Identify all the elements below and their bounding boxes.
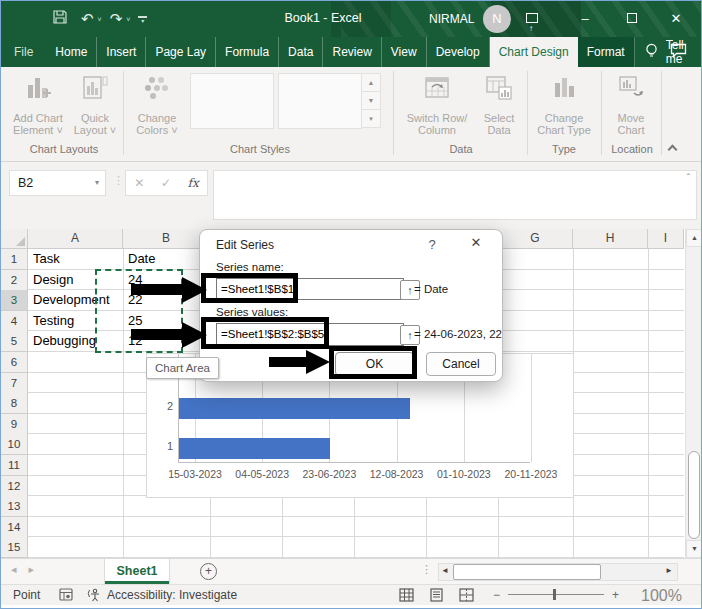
row-header-8[interactable]: 8 — [1, 393, 28, 414]
page-layout-view-icon[interactable] — [429, 588, 444, 605]
save-icon[interactable] — [53, 10, 67, 28]
row-header-12[interactable]: 12 — [1, 476, 28, 497]
row-header-1[interactable]: 1 — [1, 249, 28, 270]
redo-icon[interactable]: ↷ — [110, 10, 123, 28]
row-header-13[interactable]: 13 — [1, 496, 28, 517]
zoom-in-icon[interactable]: + — [612, 588, 619, 602]
column-header-b[interactable]: B — [123, 229, 210, 249]
tab-data[interactable]: Data — [279, 37, 323, 67]
user-name[interactable]: NIRMAL — [429, 12, 474, 26]
accessibility-status[interactable]: Accessibility: Investigate — [107, 588, 237, 602]
zoom-out-icon[interactable]: − — [493, 588, 500, 602]
cancel-entry-icon[interactable]: ✕ — [134, 176, 144, 190]
tab-file[interactable]: File — [1, 37, 46, 67]
chart-bar-category-1[interactable] — [179, 438, 330, 459]
change-colors-button[interactable]: Change Colors ˅ — [131, 73, 183, 137]
row-header-2[interactable]: 2 — [1, 270, 28, 291]
scroll-right-icon[interactable]: ► — [665, 566, 673, 575]
tell-me[interactable]: Tell me — [635, 37, 701, 67]
column-header-i[interactable]: I — [648, 229, 684, 249]
column-header-a[interactable]: A — [28, 229, 123, 249]
comment-icon[interactable] — [670, 43, 687, 62]
macro-record-icon[interactable] — [59, 588, 73, 604]
gallery-more-icon[interactable]: ▾ — [361, 109, 381, 128]
vertical-scrollbar[interactable]: ▲ ▼ — [685, 229, 702, 558]
chart-style-preview-2[interactable] — [278, 73, 362, 129]
zoom-slider[interactable] — [508, 594, 604, 595]
row-header-5[interactable]: 5 — [1, 331, 28, 352]
tab-develop[interactable]: Develop — [427, 37, 490, 67]
switch-row-column-button[interactable]: Switch Row/ Column — [399, 73, 475, 137]
scroll-up-icon[interactable]: ▲ — [686, 229, 702, 247]
undo-dropdown-icon[interactable]: ˅ — [98, 16, 102, 23]
row-header-15[interactable]: 15 — [1, 537, 28, 558]
tab-chart-design[interactable]: Chart Design — [490, 37, 578, 67]
annotation-box-series-name — [201, 273, 298, 303]
annotation-arrow-series-name-head — [182, 277, 207, 303]
tab-review[interactable]: Review — [323, 37, 381, 67]
add-chart-element-button[interactable]: Add Chart Element ˅ — [9, 73, 67, 137]
undo-icon[interactable]: ↶ — [81, 10, 94, 28]
column-header-g[interactable]: G — [498, 229, 573, 249]
tab-page-lay[interactable]: Page Lay — [146, 37, 216, 67]
tab-view[interactable]: View — [382, 37, 427, 67]
close-icon[interactable]: ✕ — [659, 1, 693, 37]
row-header-9[interactable]: 9 — [1, 414, 28, 435]
row-header-11[interactable]: 11 — [1, 455, 28, 476]
enter-entry-icon[interactable]: ✓ — [161, 176, 171, 190]
quick-layout-button[interactable]: Quick Layout ˅ — [71, 73, 119, 137]
zoom-slider-thumb[interactable] — [553, 589, 556, 600]
tab-format[interactable]: Format — [578, 37, 635, 67]
select-all-corner[interactable] — [1, 229, 28, 249]
scroll-left-icon[interactable]: ◄ — [441, 566, 449, 575]
tab-scrollbar-splitter[interactable]: ⋮ — [421, 563, 432, 576]
gallery-scroll-down-icon[interactable]: ▼ — [361, 91, 381, 110]
cancel-button[interactable]: Cancel — [426, 352, 496, 376]
row-header-4[interactable]: 4 — [1, 311, 28, 332]
minimize-icon[interactable]: – — [568, 1, 602, 37]
page-break-preview-icon[interactable] — [459, 588, 474, 605]
formula-bar-splitter[interactable]: ⋮ — [113, 174, 124, 187]
collapse-formula-bar-icon[interactable]: ˆ — [687, 173, 690, 184]
select-data-button[interactable]: Select Data — [477, 73, 521, 137]
row-header-10[interactable]: 10 — [1, 434, 28, 455]
group-label-chart-layouts: Chart Layouts — [14, 143, 114, 155]
ribbon-display-options-icon[interactable] — [515, 1, 549, 37]
insert-function-icon[interactable]: fx — [187, 176, 198, 190]
chart-bar-category-2[interactable] — [179, 398, 410, 419]
column-header-h[interactable]: H — [573, 229, 648, 249]
change-chart-type-button[interactable]: Change Chart Type — [533, 73, 595, 137]
cell-b1[interactable]: Date — [124, 249, 209, 270]
dialog-close-icon[interactable]: ✕ — [466, 235, 486, 250]
row-header-6[interactable]: 6 — [1, 352, 28, 373]
tab-insert[interactable]: Insert — [97, 37, 146, 67]
vertical-scrollbar-thumb[interactable] — [688, 451, 700, 539]
avatar[interactable]: N — [483, 5, 511, 33]
new-sheet-icon[interactable]: + — [200, 563, 217, 580]
row-header-7[interactable]: 7 — [1, 373, 28, 394]
cell-a1[interactable]: Task — [29, 249, 122, 270]
maximize-icon[interactable] — [615, 1, 649, 37]
gallery-scroll-up-icon[interactable]: ▲ — [361, 73, 381, 92]
formula-input[interactable]: ˆ — [213, 170, 697, 220]
row-header-14[interactable]: 14 — [1, 517, 28, 538]
help-icon[interactable]: ? — [424, 237, 440, 252]
scroll-down-icon[interactable]: ▼ — [686, 540, 702, 558]
name-box-dropdown-icon[interactable]: ▾ — [95, 171, 99, 195]
normal-view-icon[interactable] — [399, 588, 414, 605]
tab-home[interactable]: Home — [46, 37, 97, 67]
customize-quick-access-icon[interactable]: ▾ — [138, 16, 147, 23]
accessibility-icon[interactable] — [87, 588, 102, 605]
chart-style-preview-1[interactable] — [190, 73, 274, 129]
sheet-tab-sheet1[interactable]: Sheet1 — [104, 559, 170, 584]
tab-formula[interactable]: Formula — [216, 37, 279, 67]
row-header-3[interactable]: 3 — [1, 290, 28, 311]
redo-dropdown-icon[interactable]: ˅ — [126, 16, 130, 23]
name-box[interactable]: B2▾ — [9, 170, 106, 196]
zoom-level[interactable]: 100% — [641, 587, 678, 605]
sheet-nav-arrows[interactable]: ◂▸ — [11, 563, 46, 576]
horizontal-scrollbar-thumb[interactable] — [453, 564, 601, 580]
move-chart-button[interactable]: Move Chart — [607, 73, 655, 137]
horizontal-scrollbar[interactable]: ◄ ► — [438, 563, 678, 581]
group-label-data: Data — [411, 143, 511, 155]
